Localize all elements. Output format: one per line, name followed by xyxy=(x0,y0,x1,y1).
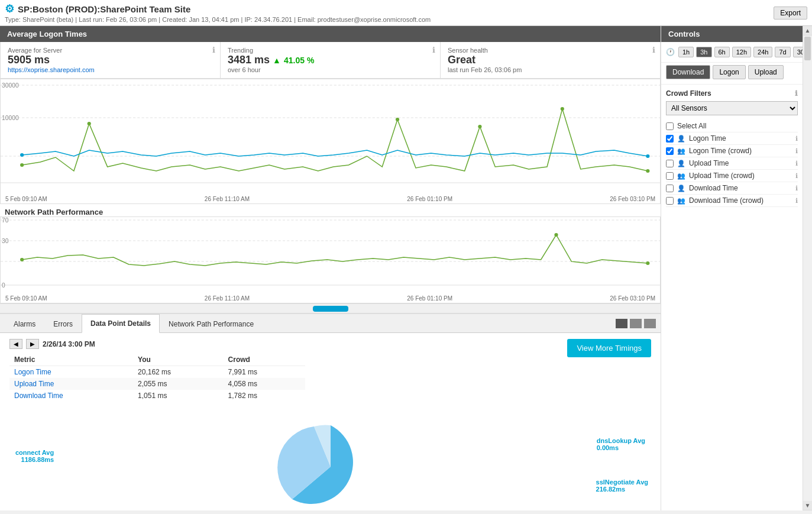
metric-btn-download[interactable]: Download xyxy=(666,65,710,79)
pie-label-dns: dnsLookup Avg 0.00ms xyxy=(597,437,645,451)
crowd-filters-info-icon[interactable]: ℹ xyxy=(795,89,798,98)
nav-row: ◀ ▶ 2/26/14 3:00 PM xyxy=(9,339,651,349)
table-row: Upload Time 2,055 ms 4,058 ms xyxy=(9,378,305,390)
network-chart-svg: 70 30 0 xyxy=(1,217,660,294)
sensor-sub: last run Feb 26, 03:06 pm xyxy=(448,66,653,73)
server-link[interactable]: https://xoprise.sharepoint.com xyxy=(8,66,213,73)
pie-chart-svg xyxy=(236,413,425,510)
export-button[interactable]: Export xyxy=(774,7,807,20)
nav-prev-button[interactable]: ◀ xyxy=(9,339,22,349)
download-time-info[interactable]: ℹ xyxy=(795,185,798,192)
svg-text:30000: 30000 xyxy=(2,82,19,89)
col-you: You xyxy=(133,354,224,366)
tab-network-path[interactable]: Network Path Performance xyxy=(160,315,263,333)
download-time-crowd-checkbox[interactable] xyxy=(666,197,674,205)
scroll-up-arrow[interactable]: ▲ xyxy=(803,26,812,35)
time-btn-30d[interactable]: 30d xyxy=(793,47,803,57)
upload-time-crowd-info[interactable]: ℹ xyxy=(795,172,798,180)
pie-label-ssl: sslNegotiate Avg 216.82ms xyxy=(596,479,648,493)
you-cell: 20,162 ms xyxy=(133,366,224,379)
time-btn-1h[interactable]: 1h xyxy=(678,47,694,57)
trending-info-icon[interactable]: ℹ xyxy=(432,46,435,54)
page-subtitle: Type: SharePoint (beta) | Last run: Feb … xyxy=(5,16,431,23)
crowd-filters: Crowd Filters ℹ All Sensors Select All 👤… xyxy=(661,85,803,212)
logon-time-crowd-checkbox[interactable] xyxy=(666,147,674,155)
metric-cell: Upload Time xyxy=(9,378,133,390)
tabs-header: Alarms Errors Data Point Details Network… xyxy=(0,314,661,333)
layout-icon-2[interactable] xyxy=(630,319,642,328)
logon-time-crowd-label: Logon Time (crowd) xyxy=(689,147,792,155)
logon-time-crowd-icon: 👥 xyxy=(677,147,685,155)
svg-point-21 xyxy=(20,258,24,261)
svg-point-9 xyxy=(478,125,481,128)
stat-server: Average for Server 5905 ms https://xopri… xyxy=(1,42,221,78)
trending-label: Trending xyxy=(228,47,433,54)
net-x-label-2: 26 Feb 11:10 AM xyxy=(205,295,250,302)
upload-time-checkbox[interactable] xyxy=(666,160,674,167)
logon-time-crowd-info[interactable]: ℹ xyxy=(795,147,798,155)
tab-data-point-details[interactable]: Data Point Details xyxy=(82,314,160,333)
layout-icon-3[interactable] xyxy=(644,319,656,328)
main-chart-svg: 30000 10000 xyxy=(1,79,660,195)
layout-icon-1[interactable] xyxy=(616,319,627,328)
view-more-timings-button[interactable]: View More Timings xyxy=(567,339,651,357)
server-info-icon[interactable]: ℹ xyxy=(212,46,215,54)
main-chart: 30000 10000 5 Feb 09:10 AM xyxy=(0,79,661,204)
logon-time-info[interactable]: ℹ xyxy=(795,135,798,143)
logon-time-checkbox[interactable] xyxy=(666,135,674,143)
filter-select-all: Select All xyxy=(666,120,798,132)
svg-text:0: 0 xyxy=(2,282,5,289)
metric-btn-upload[interactable]: Upload xyxy=(748,65,784,79)
you-cell: 2,055 ms xyxy=(133,378,224,390)
net-x-label-1: 5 Feb 09:10 AM xyxy=(5,295,47,302)
metric-btn-logon[interactable]: Logon xyxy=(713,65,745,79)
tab-alarms[interactable]: Alarms xyxy=(5,315,44,333)
x-label-4: 26 Feb 03:10 PM xyxy=(610,196,655,202)
time-btn-6h[interactable]: 6h xyxy=(714,47,730,57)
metric-cell: Logon Time xyxy=(9,366,133,379)
section-title-avg-logon: Average Logon Times xyxy=(0,26,661,42)
date-label: 2/26/14 3:00 PM xyxy=(43,340,95,348)
filter-upload-time: 👤 Upload Time ℹ xyxy=(666,157,798,170)
time-btn-24h[interactable]: 24h xyxy=(753,47,772,57)
trending-pct: 41.05 % xyxy=(284,56,314,65)
col-metric: Metric xyxy=(9,354,133,366)
upload-time-crowd-label: Upload Time (crowd) xyxy=(689,172,792,180)
sensor-select[interactable]: All Sensors xyxy=(666,101,798,115)
svg-text:10000: 10000 xyxy=(2,115,19,121)
scroll-down-arrow[interactable]: ▼ xyxy=(803,501,812,510)
time-btn-12h[interactable]: 12h xyxy=(732,47,751,57)
svg-text:30: 30 xyxy=(2,238,9,244)
download-time-crowd-info[interactable]: ℹ xyxy=(795,197,798,205)
download-time-checkbox[interactable] xyxy=(666,185,674,192)
header: ⚙ SP:Boston (PROD):SharePoint Team Site … xyxy=(0,0,812,26)
upload-time-info[interactable]: ℹ xyxy=(795,160,798,167)
select-all-checkbox[interactable] xyxy=(666,122,674,130)
clock-icon: 🕐 xyxy=(666,48,675,56)
horizontal-scrollbar[interactable] xyxy=(0,303,661,313)
filter-download-time-crowd: 👥 Download Time (crowd) ℹ xyxy=(666,195,798,207)
logon-time-icon: 👤 xyxy=(677,135,685,143)
svg-point-12 xyxy=(20,153,24,157)
logon-time-label: Logon Time xyxy=(689,134,792,143)
stat-sensor: Sensor health Great last run Feb 26, 03:… xyxy=(441,42,660,78)
nav-next-button[interactable]: ▶ xyxy=(26,339,39,349)
time-btn-7d[interactable]: 7d xyxy=(775,47,790,57)
x-label-2: 26 Feb 11:10 AM xyxy=(205,196,250,202)
trending-arrow: ▲ xyxy=(273,56,281,65)
network-chart-x-labels: 5 Feb 09:10 AM 26 Feb 11:10 AM 26 Feb 01… xyxy=(1,294,660,303)
svg-point-8 xyxy=(396,118,399,121)
tab-errors[interactable]: Errors xyxy=(44,315,82,333)
upload-time-label: Upload Time xyxy=(689,159,792,167)
download-time-crowd-icon: 👥 xyxy=(677,197,685,205)
net-x-label-4: 26 Feb 03:10 PM xyxy=(610,295,655,302)
upload-time-crowd-checkbox[interactable] xyxy=(666,172,674,180)
table-row: Logon Time 20,162 ms 7,991 ms xyxy=(9,366,305,379)
scroll-thumb-vertical[interactable] xyxy=(804,37,811,60)
vertical-scrollbar[interactable]: ▲ ▼ xyxy=(803,26,812,510)
scrollbar-thumb[interactable] xyxy=(313,306,348,312)
sensor-info-icon[interactable]: ℹ xyxy=(652,46,655,54)
filter-logon-time-crowd: 👥 Logon Time (crowd) ℹ xyxy=(666,145,798,157)
sensor-value: Great xyxy=(448,54,653,66)
time-btn-3h[interactable]: 3h xyxy=(696,47,711,57)
